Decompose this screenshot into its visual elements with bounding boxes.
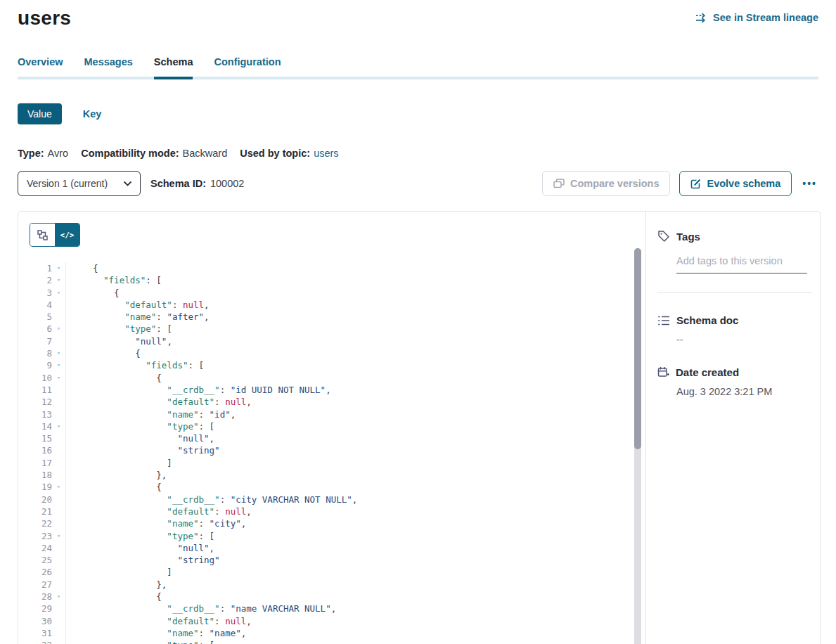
fold-toggle-icon[interactable]: ▾ <box>52 639 66 644</box>
tab-schema[interactable]: Schema <box>154 56 193 79</box>
code-line: 5 "name": "after", <box>18 311 645 323</box>
code-line-text: { <box>66 287 120 299</box>
fold-toggle-icon[interactable]: ▾ <box>52 323 66 335</box>
compatibility-value: Backward <box>183 148 228 159</box>
code-line: 3▾ { <box>18 287 645 299</box>
code-line-text: "name": "id", <box>66 408 236 420</box>
schema-code-area: </> 1▾{2▾ "fields": [3▾ {4 "default": nu… <box>18 212 646 644</box>
code-line-text: "default": null, <box>66 615 252 627</box>
evolve-schema-label: Evolve schema <box>707 178 780 189</box>
sidebar-divider <box>657 292 812 293</box>
code-line-text: "null", <box>66 542 214 554</box>
fold-toggle-icon[interactable]: ▾ <box>52 359 66 371</box>
topic-link[interactable]: users <box>314 148 338 159</box>
fold-gutter <box>52 517 66 529</box>
code-line: 8▾ { <box>18 347 645 359</box>
fold-gutter <box>52 505 66 517</box>
tags-input[interactable] <box>676 254 807 273</box>
fold-toggle-icon[interactable]: ▾ <box>52 530 66 542</box>
fold-toggle-icon[interactable]: ▾ <box>52 347 66 359</box>
code-line: 24 "null", <box>18 542 645 554</box>
schema-type: Type: Avro <box>18 148 68 159</box>
line-number: 5 <box>18 311 52 323</box>
fold-gutter <box>52 335 66 347</box>
code-line-text: { <box>66 262 98 274</box>
fold-toggle-icon[interactable]: ▾ <box>52 287 66 299</box>
date-created-title: Date created <box>676 366 739 378</box>
editor-scrollbar-track[interactable] <box>634 248 641 644</box>
code-line: 23▾ "type": [ <box>18 530 645 542</box>
fold-toggle-icon[interactable]: ▾ <box>52 262 66 274</box>
code-line-text: "name": "name", <box>66 627 246 639</box>
code-line: 9▾ "fields": [ <box>18 359 645 371</box>
value-toggle-button[interactable]: Value <box>18 103 62 124</box>
fold-gutter <box>52 432 66 444</box>
edit-icon <box>690 179 701 189</box>
code-line: 20 "__crdb__": "city VARCHAR NOT NULL", <box>18 494 645 505</box>
schema-doc-section: Schema doc -- <box>657 314 808 345</box>
topic-label: Used by topic: <box>240 148 310 159</box>
tab-bar: Overview Messages Schema Configuration <box>18 56 818 79</box>
tab-overview[interactable]: Overview <box>18 56 63 79</box>
stream-lineage-icon <box>695 13 708 23</box>
line-number: 14 <box>18 420 52 432</box>
line-number: 26 <box>18 566 52 578</box>
code-line: 18 }, <box>18 469 645 481</box>
date-created-heading: Date created <box>657 366 808 378</box>
fold-gutter <box>52 384 66 396</box>
line-number: 27 <box>18 579 52 591</box>
fold-toggle-icon[interactable]: ▾ <box>52 591 66 603</box>
evolve-schema-button[interactable]: Evolve schema <box>679 171 792 196</box>
fold-gutter <box>52 615 66 627</box>
code-line-text: "type": [ <box>66 639 214 644</box>
schema-id-label: Schema ID: <box>150 178 206 189</box>
code-line: 26 ] <box>18 566 645 578</box>
schema-id: Schema ID: 100002 <box>150 178 244 189</box>
code-line: 16 "string" <box>18 444 645 456</box>
tree-view-button[interactable] <box>30 224 55 246</box>
code-view-button[interactable]: </> <box>55 224 79 246</box>
key-toggle-button[interactable]: Key <box>83 108 102 120</box>
schema-meta-row: Type: Avro Compatibility mode: Backward … <box>18 148 818 159</box>
code-line: 30 "default": null, <box>18 615 645 627</box>
code-line-text: { <box>66 372 162 384</box>
type-label: Type: <box>18 148 44 159</box>
compare-versions-button[interactable]: Compare versions <box>542 171 671 196</box>
editor-scrollbar-thumb[interactable] <box>634 248 641 449</box>
code-line-text: "default": null, <box>66 396 252 408</box>
stream-lineage-link[interactable]: See in Stream lineage <box>695 12 818 23</box>
code-view-icon: </> <box>60 231 75 240</box>
code-line: 27 }, <box>18 579 645 591</box>
version-bar: Version 1 (current) Schema ID: 100002 Co… <box>18 171 818 196</box>
fold-toggle-icon[interactable]: ▾ <box>52 372 66 384</box>
code-line-text: "fields": [ <box>66 359 204 371</box>
version-select-value: Version 1 (current) <box>27 178 108 189</box>
code-line: 29 "__crdb__": "name VARCHAR NULL", <box>18 603 645 614</box>
code-line-text: ] <box>66 566 172 578</box>
tags-heading: Tags <box>657 230 808 243</box>
fold-gutter <box>52 627 66 639</box>
line-number: 30 <box>18 615 52 627</box>
fold-toggle-icon[interactable]: ▾ <box>52 420 66 432</box>
type-value: Avro <box>48 148 69 159</box>
version-select[interactable]: Version 1 (current) <box>18 171 141 196</box>
fold-gutter <box>52 396 66 408</box>
more-options-button[interactable]: ••• <box>801 178 818 189</box>
fold-toggle-icon[interactable]: ▾ <box>52 481 66 493</box>
code-line-text: "name": "after", <box>66 311 210 323</box>
fold-toggle-icon[interactable]: ▾ <box>52 274 66 286</box>
chevron-down-icon <box>124 181 131 186</box>
code-line: 31 "name": "name", <box>18 627 645 639</box>
code-line: 25 "string" <box>18 554 645 566</box>
fold-gutter <box>52 311 66 323</box>
code-line: 14▾ "type": [ <box>18 420 645 432</box>
line-number: 21 <box>18 505 52 517</box>
version-actions: Compare versions Evolve schema ••• <box>542 171 818 196</box>
fold-gutter <box>52 566 66 578</box>
code-line-text: "type": [ <box>66 420 214 432</box>
used-by-topic: Used by topic: users <box>240 148 338 159</box>
code-lines: 1▾{2▾ "fields": [3▾ {4 "default": null,5… <box>18 262 645 644</box>
tab-messages[interactable]: Messages <box>84 56 133 79</box>
tab-configuration[interactable]: Configuration <box>214 56 281 79</box>
code-line: 28▾ { <box>18 591 645 603</box>
